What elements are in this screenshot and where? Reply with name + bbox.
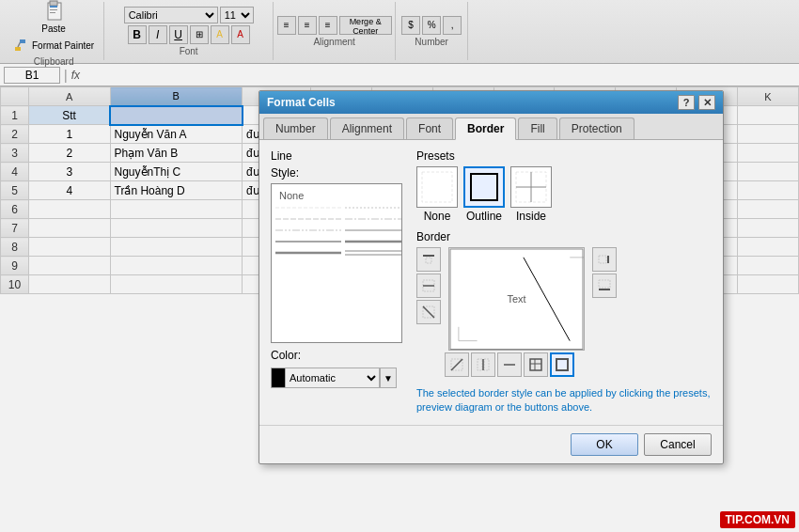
border-side-btns-right <box>592 247 617 298</box>
ok-button[interactable]: OK <box>571 433 638 456</box>
svg-rect-38 <box>530 359 541 370</box>
border-active-btn[interactable] <box>550 352 574 377</box>
preset-outline-btn[interactable]: Outline <box>463 166 505 223</box>
dialog-footer: OK Cancel <box>259 425 723 463</box>
tab-font[interactable]: Font <box>406 117 453 139</box>
color-label: Color: <box>271 349 301 362</box>
svg-rect-34 <box>478 359 482 370</box>
style-label: Style: <box>271 166 407 180</box>
preset-none-icon <box>416 166 458 208</box>
border-preview-area: Text <box>445 247 588 377</box>
border-side-btns-left <box>416 247 441 324</box>
preset-outline-label: Outline <box>466 210 502 223</box>
dialog-tabs: Number Alignment Font Border Fill Protec… <box>259 114 723 140</box>
border-right-btn[interactable] <box>592 247 617 272</box>
help-button[interactable]: ? <box>678 95 695 110</box>
border-preview-text: Text <box>507 293 525 305</box>
watermark: TIP.COM.VN <box>720 511 795 528</box>
line-style-2[interactable] <box>275 214 398 224</box>
cancel-button[interactable]: Cancel <box>644 433 712 456</box>
tab-protection[interactable]: Protection <box>559 117 634 139</box>
tab-fill[interactable]: Fill <box>518 117 556 139</box>
svg-rect-44 <box>599 280 610 288</box>
tab-border[interactable]: Border <box>455 117 516 140</box>
border-bottom-btn[interactable] <box>592 274 617 298</box>
border-inner-h-btn[interactable] <box>497 352 522 377</box>
tab-number[interactable]: Number <box>263 117 328 139</box>
svg-rect-19 <box>422 172 452 202</box>
color-select[interactable]: Automatic <box>286 368 380 388</box>
border-diag-down-btn[interactable] <box>416 300 441 324</box>
none-label: None <box>275 190 398 201</box>
svg-rect-35 <box>484 359 489 370</box>
dialog-content: Line Style: None <box>259 140 723 425</box>
dialog-title-bar: Format Cells ? ✕ <box>259 91 723 114</box>
presets-label: Presets <box>416 149 712 163</box>
svg-rect-41 <box>556 359 568 370</box>
svg-rect-42 <box>599 256 606 263</box>
svg-rect-20 <box>471 174 497 200</box>
watermark-text: TIP.COM.VN <box>726 513 790 526</box>
svg-rect-25 <box>426 258 431 263</box>
close-button[interactable]: ✕ <box>698 95 715 110</box>
line-style-box: None <box>271 183 402 343</box>
border-preview[interactable]: Text <box>448 247 585 351</box>
preset-none-btn[interactable]: None <box>416 166 458 223</box>
border-middle-h-btn[interactable] <box>416 274 441 298</box>
border-bottom-btns <box>445 352 588 377</box>
line-style-3[interactable] <box>275 226 398 235</box>
color-row: Color: <box>271 349 407 366</box>
border-diag-btn-2[interactable] <box>445 352 469 377</box>
dialog-title: Format Cells <box>267 96 336 109</box>
hint-text: The selected border style can be applied… <box>416 386 712 415</box>
line-section: Line Style: None <box>271 149 407 415</box>
svg-line-33 <box>451 359 462 370</box>
border-all-btn[interactable] <box>524 352 548 377</box>
presets-row: None Outline <box>416 166 712 223</box>
tab-alignment[interactable]: Alignment <box>330 117 404 139</box>
line-style-1[interactable] <box>275 203 398 212</box>
line-label: Line <box>271 149 407 163</box>
svg-line-29 <box>423 306 434 318</box>
format-cells-dialog: Format Cells ? ✕ Number Alignment Font B… <box>258 90 724 464</box>
line-style-4[interactable] <box>275 237 398 246</box>
preset-outline-icon <box>463 166 505 208</box>
dialog-right: Presets None <box>416 149 712 415</box>
border-inner-v-btn[interactable] <box>471 352 495 377</box>
preset-none-label: None <box>424 210 451 223</box>
color-dropdown-arrow[interactable]: ▼ <box>380 368 397 388</box>
line-style-5[interactable] <box>275 248 398 258</box>
border-section-label: Border <box>416 230 712 243</box>
dialog-main-row: Line Style: None <box>271 149 712 415</box>
border-top-btn[interactable] <box>416 247 441 272</box>
dialog-title-controls: ? ✕ <box>678 95 715 110</box>
border-controls: Text <box>416 247 712 377</box>
preset-inside-label: Inside <box>516 210 546 223</box>
preset-inside-icon <box>510 166 552 208</box>
preset-inside-btn[interactable]: Inside <box>510 166 552 223</box>
